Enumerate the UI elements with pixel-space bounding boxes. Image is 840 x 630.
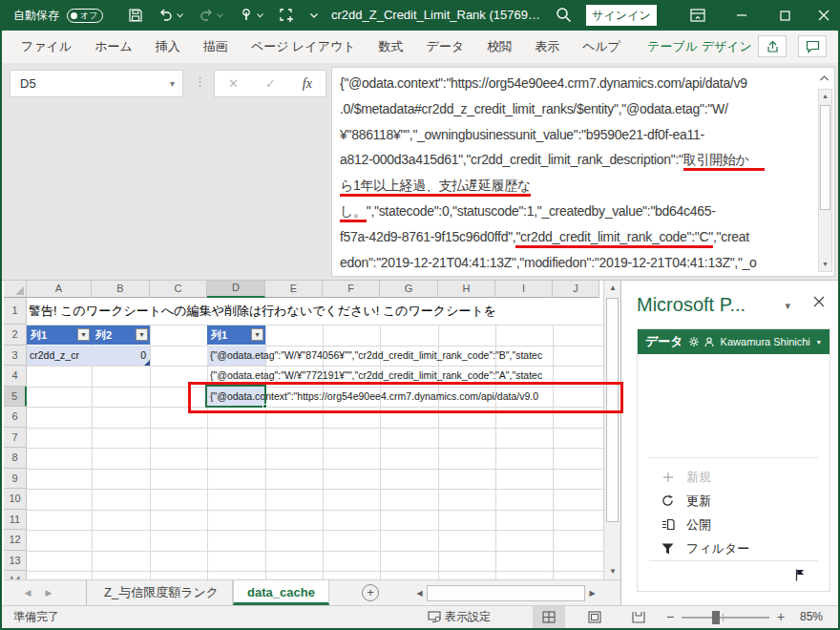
scroll-down-icon[interactable]: ▼ bbox=[605, 564, 620, 579]
row-header-7[interactable]: 7 bbox=[4, 428, 27, 449]
task-pane-chevron-icon[interactable]: ▾ bbox=[785, 300, 790, 312]
row-header-6[interactable]: 6 bbox=[4, 407, 27, 428]
autosave-toggle[interactable]: オフ bbox=[67, 9, 103, 23]
tab-view[interactable]: 表示 bbox=[535, 38, 559, 55]
sheet-nav-next-icon[interactable]: ▶ bbox=[38, 580, 59, 605]
tab-data[interactable]: データ bbox=[427, 38, 465, 55]
column-header-e[interactable]: E bbox=[265, 281, 323, 298]
view-normal-button[interactable] bbox=[533, 606, 565, 628]
formula-bar-scrollbar[interactable]: ▲ ▼ bbox=[818, 89, 832, 272]
scroll-down-icon[interactable]: ▼ bbox=[819, 258, 831, 271]
gear-icon[interactable] bbox=[688, 336, 700, 347]
column-header-d[interactable]: D bbox=[207, 281, 265, 298]
ribbon-display-options-button[interactable] bbox=[682, 0, 714, 31]
column-header-i[interactable]: I bbox=[495, 281, 553, 298]
name-box[interactable]: D5 ▾ bbox=[10, 70, 183, 97]
view-page-layout-button[interactable] bbox=[578, 606, 611, 628]
menu-item-filter[interactable]: フィルター bbox=[638, 536, 830, 560]
menu-item-publish[interactable]: 公開 bbox=[638, 513, 830, 536]
share-button[interactable] bbox=[758, 35, 787, 57]
zoom-slider-track[interactable] bbox=[682, 617, 769, 619]
grid-vertical-scrollbar[interactable]: ▲ ▼ bbox=[603, 281, 620, 579]
tab-draw[interactable]: 描画 bbox=[203, 38, 228, 55]
cell-a3[interactable]: cr2dd_z_cr bbox=[27, 346, 92, 367]
formula-text[interactable]: {"@odata.context":"https://org54e90ee4.c… bbox=[340, 71, 813, 273]
row-header-13[interactable]: 13 bbox=[4, 551, 27, 572]
scrollbar-thumb[interactable] bbox=[427, 585, 585, 601]
row-header-12[interactable]: 12 bbox=[4, 530, 27, 551]
user-name[interactable]: Kawamura Shinichi bbox=[721, 336, 810, 347]
zoom-in-button[interactable]: + bbox=[777, 606, 785, 628]
scroll-up-icon[interactable]: ▲ bbox=[605, 281, 620, 296]
row-header-3[interactable]: 3 bbox=[4, 346, 27, 367]
minimize-button[interactable] bbox=[725, 0, 758, 31]
menu-item-refresh[interactable]: 更新 bbox=[638, 489, 830, 513]
signin-button[interactable]: サインイン bbox=[586, 5, 657, 26]
touch-mode-button[interactable] bbox=[239, 8, 263, 23]
task-pane-close-button[interactable] bbox=[813, 294, 825, 311]
select-all-button[interactable] bbox=[4, 281, 27, 298]
touch-mode-chevron-icon[interactable] bbox=[257, 13, 263, 18]
sheet-tab-z-rank[interactable]: Z_与信限度額ランク bbox=[91, 580, 233, 605]
undo-chevron-icon[interactable] bbox=[177, 13, 183, 18]
row-header-4[interactable]: 4 bbox=[4, 366, 27, 387]
zoom-out-button[interactable]: − bbox=[666, 606, 674, 628]
table-resize-handle-icon[interactable] bbox=[144, 360, 150, 366]
save-button[interactable] bbox=[128, 8, 143, 23]
quick-access-chevron-icon[interactable] bbox=[310, 13, 318, 18]
filter-dropdown-icon[interactable]: ▾ bbox=[251, 328, 263, 341]
view-page-break-button[interactable] bbox=[622, 606, 655, 628]
row-header-11[interactable]: 11 bbox=[4, 510, 27, 531]
scroll-up-icon[interactable]: ▲ bbox=[819, 90, 831, 103]
tab-file[interactable]: ファイル bbox=[21, 38, 72, 55]
cancel-entry-button[interactable]: ✕ bbox=[228, 76, 239, 91]
horizontal-scrollbar[interactable]: ◀ ▶ bbox=[412, 585, 599, 601]
cell-a1-warning-text[interactable]: 警告! このワークシートへの編集や削除は行わないでください! このワークシートを bbox=[29, 298, 599, 325]
filter-dropdown-icon[interactable]: ▾ bbox=[136, 328, 148, 341]
tab-help[interactable]: ヘルプ bbox=[582, 38, 620, 55]
tab-page-layout[interactable]: ページ レイアウト bbox=[251, 38, 356, 55]
fill-handle[interactable] bbox=[262, 404, 267, 409]
cell-b3[interactable]: 0 bbox=[92, 346, 150, 367]
sheet-tab-data-cache[interactable]: data_cache bbox=[233, 580, 329, 605]
row-header-8[interactable]: 8 bbox=[4, 448, 27, 469]
maximize-button[interactable] bbox=[768, 0, 801, 31]
menu-item-new[interactable]: 新規 bbox=[638, 465, 830, 489]
sheet-nav-prev-icon[interactable]: ◀ bbox=[17, 580, 38, 605]
column-header-j[interactable]: J bbox=[553, 281, 599, 298]
column-header-c[interactable]: C bbox=[150, 281, 207, 298]
display-settings-button[interactable]: 表示設定 bbox=[428, 606, 491, 628]
column-header-b[interactable]: B bbox=[92, 281, 150, 298]
screenshot-button[interactable] bbox=[279, 8, 295, 23]
confirm-entry-button[interactable]: ✓ bbox=[265, 76, 276, 91]
undo-button[interactable] bbox=[158, 8, 183, 23]
filter-dropdown-icon[interactable]: ▾ bbox=[77, 328, 90, 341]
row-header-9[interactable]: 9 bbox=[4, 469, 27, 490]
name-box-chevron-icon[interactable]: ▾ bbox=[170, 78, 175, 89]
table-header-col2-b[interactable]: 列2 ▾ bbox=[92, 326, 150, 345]
zoom-level[interactable]: 85% bbox=[800, 606, 823, 628]
cell-d4[interactable]: {"@odata.etag":"W/¥"772191¥"","cr2dd_cre… bbox=[207, 366, 599, 387]
cells-area[interactable]: 1 2 3 4 5 6 7 8 9 10 11 12 13 14 警告! このワ… bbox=[4, 298, 603, 579]
redo-button[interactable] bbox=[199, 8, 223, 23]
add-sheet-button[interactable]: + bbox=[362, 584, 379, 601]
scrollbar-thumb[interactable] bbox=[820, 105, 830, 210]
close-button[interactable] bbox=[808, 0, 840, 31]
user-dropdown-chevron-icon[interactable]: ▾ bbox=[817, 338, 821, 346]
scroll-left-icon[interactable]: ◀ bbox=[412, 585, 427, 601]
row-header-2[interactable]: 2 bbox=[4, 325, 27, 346]
tab-review[interactable]: 校閲 bbox=[487, 38, 512, 55]
column-header-f[interactable]: F bbox=[323, 281, 380, 298]
row-header-1[interactable]: 1 bbox=[4, 298, 27, 325]
insert-function-button[interactable]: fx bbox=[303, 76, 312, 92]
tab-table-design[interactable]: テーブル デザイン bbox=[647, 38, 752, 55]
tab-home[interactable]: ホーム bbox=[94, 38, 133, 55]
redo-chevron-icon[interactable] bbox=[217, 13, 223, 18]
row-header-14[interactable]: 14 bbox=[4, 571, 27, 579]
cell-d3[interactable]: {"@odata.etag":"W/¥"874056¥"","cr2dd_cre… bbox=[207, 346, 599, 367]
scrollbar-thumb[interactable] bbox=[606, 298, 619, 522]
row-header-5[interactable]: 5 bbox=[4, 387, 27, 408]
tab-insert[interactable]: 挿入 bbox=[156, 38, 180, 55]
comment-button[interactable] bbox=[798, 35, 827, 57]
table-header-col1-d[interactable]: 列1 ▾ bbox=[207, 326, 265, 345]
